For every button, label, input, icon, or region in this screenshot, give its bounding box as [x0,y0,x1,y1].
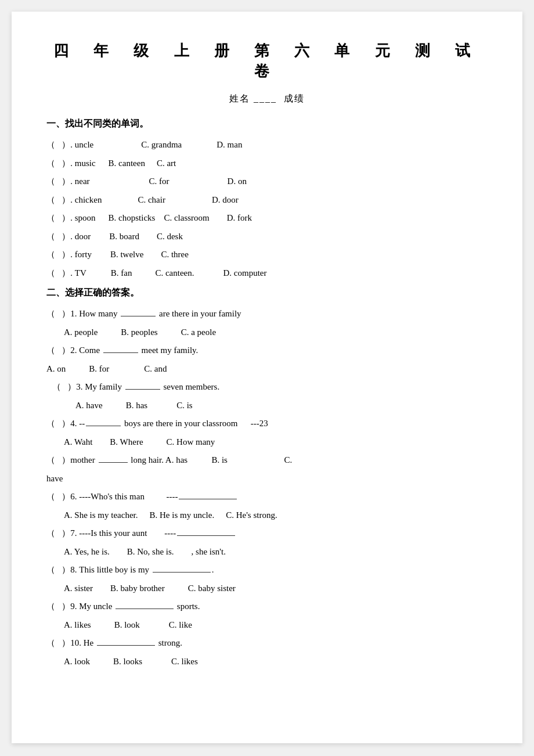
name-label: 姓名 [229,93,250,103]
s2-q7: （ ）7. ----Is this your aunt ---- [46,524,488,543]
section2-questions: （ ）1. How many are there in your family … [46,305,488,671]
s2-q6: （ ）6. ----Who's this man ---- [46,488,488,506]
score-label: 成绩 [284,93,305,103]
q1-8: （ ）. TV B. fan C. canteen. D. computer [46,264,488,283]
s2-q2: （ ）2. Come meet my family. [46,341,488,360]
q1-2: （ ）. music B. canteen C. art [46,154,488,173]
q1-6: （ ）. door B. board C. desk [46,228,488,246]
section1-title: 一、找出不同类的单词。 [46,118,488,130]
s2-q8-options: A. sister B. baby brother C. baby sister [64,579,488,598]
s2-q8: （ ）8. This little boy is my . [46,561,488,579]
s2-q1-options: A. people B. peoples C. a peole [64,323,488,342]
s2-q6-options: A. She is my teacher. B. He is my uncle.… [64,506,488,525]
s2-q4: （ ）4. -- boys are there in your classroo… [46,415,488,433]
s2-q4-options: A. Waht B. Where C. How many [64,433,488,452]
s2-q5: （ ）mother long hair. A. has B. is C. [46,451,488,470]
s2-q5-continuation: have [46,470,488,488]
s2-q2-options: A. on B. for C. and [46,360,488,379]
q1-7: （ ）. forty B. twelve C. three [46,246,488,264]
q1-3: （ ）. near C. for D. on [46,172,488,191]
s2-q9-options: A. likes B. look C. like [64,616,488,635]
s2-q9: （ ）9. My uncle sports. [46,597,488,616]
page-title: 四 年 级 上 册 第 六 单 元 测 试 卷 [46,41,488,81]
section2-title: 二、选择正确的答案。 [46,287,488,299]
s2-q3: （ ）3. My family seven members. [52,378,488,397]
q1-1: （ ）. uncle C. grandma D. man [46,136,488,154]
subtitle: 姓名____ 成绩 [46,93,488,105]
q1-4: （ ）. chicken C. chair D. door [46,191,488,210]
s2-q1: （ ）1. How many are there in your family [46,305,488,323]
s2-q7-options: A. Yes, he is. B. No, she is. , she isn'… [64,543,488,561]
s2-q3-options: A. have B. has C. is [75,397,488,415]
s2-q10-options: A. look B. looks C. likes [64,653,488,671]
s2-q10: （ ）10. He strong. [46,634,488,653]
section1-questions: （ ）. uncle C. grandma D. man （ ）. music … [46,136,488,282]
exam-page: 四 年 级 上 册 第 六 单 元 测 试 卷 姓名____ 成绩 一、找出不同… [12,12,522,743]
q1-5: （ ）. spoon B. chopsticks C. classroom D.… [46,209,488,228]
